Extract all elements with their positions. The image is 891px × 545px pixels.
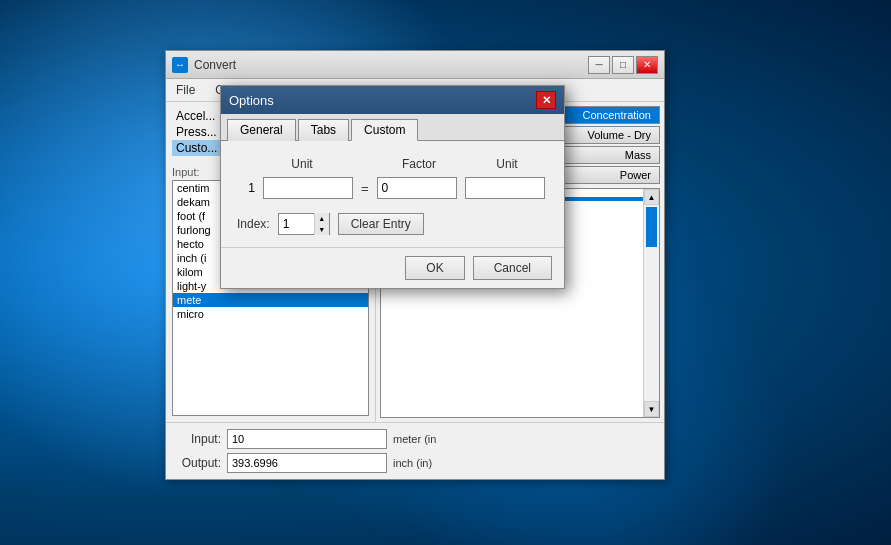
index-input[interactable] [279, 214, 314, 234]
cancel-button[interactable]: Cancel [473, 256, 552, 280]
custom-column-headers: Unit Factor Unit [237, 157, 548, 171]
spinner-buttons: ▲ ▼ [314, 213, 329, 235]
output-row: Output: inch (in) [176, 453, 654, 473]
spinner-up-button[interactable]: ▲ [315, 213, 329, 224]
index-label: Index: [237, 217, 270, 231]
dialog-close-button[interactable]: ✕ [536, 91, 556, 109]
convert-titlebar: ↔ Convert ─ □ ✕ [166, 51, 664, 79]
custom-data-row: 1 = [237, 177, 548, 199]
maximize-button[interactable]: □ [612, 56, 634, 74]
output-unit-label: inch (in) [393, 457, 432, 469]
equals-sign: = [361, 181, 369, 196]
col-header-factor: Factor [379, 157, 459, 171]
index-row: Index: ▲ ▼ Clear Entry [237, 213, 548, 235]
dialog-titlebar: Options ✕ [221, 86, 564, 114]
spinner-down-button[interactable]: ▼ [315, 224, 329, 235]
clear-entry-button[interactable]: Clear Entry [338, 213, 424, 235]
index-spinner: ▲ ▼ [278, 213, 330, 235]
scroll-thumb[interactable] [646, 207, 657, 247]
window-controls: ─ □ ✕ [588, 56, 658, 74]
dialog-tabs: General Tabs Custom [221, 114, 564, 141]
list-item-micro[interactable]: micro [173, 307, 368, 321]
col-header-unit2: Unit [467, 157, 547, 171]
unit2-input[interactable] [465, 177, 545, 199]
list-item-meter[interactable]: mete [173, 293, 368, 307]
minimize-button[interactable]: ─ [588, 56, 610, 74]
ok-button[interactable]: OK [405, 256, 464, 280]
input-unit-label: meter (in [393, 433, 436, 445]
col-header-unit1: Unit [257, 157, 347, 171]
dialog-title: Options [229, 93, 536, 108]
input-row: Input: meter (in [176, 429, 654, 449]
tab-custom[interactable]: Custom [351, 119, 418, 141]
tab-tabs[interactable]: Tabs [298, 119, 349, 141]
row-number: 1 [237, 181, 255, 195]
dialog-body: Unit Factor Unit 1 = Index: ▲ ▼ Clear En… [221, 141, 564, 247]
dialog-footer: OK Cancel [221, 247, 564, 288]
input-value-field[interactable] [227, 429, 387, 449]
menu-file[interactable]: File [170, 81, 201, 99]
scroll-down-button[interactable]: ▼ [644, 401, 659, 417]
output-value-field[interactable] [227, 453, 387, 473]
factor-input[interactable] [377, 177, 457, 199]
scroll-track [644, 205, 659, 401]
scroll-up-button[interactable]: ▲ [644, 189, 659, 205]
bottom-io-area: Input: meter (in Output: inch (in) [166, 422, 664, 479]
input-label: Input: [176, 432, 221, 446]
convert-window-title: Convert [194, 58, 588, 72]
unit1-input[interactable] [263, 177, 353, 199]
close-button[interactable]: ✕ [636, 56, 658, 74]
scrollbar[interactable]: ▲ ▼ [643, 189, 659, 417]
convert-window-icon: ↔ [172, 57, 188, 73]
options-dialog: Options ✕ General Tabs Custom Unit Facto… [220, 85, 565, 289]
tab-general[interactable]: General [227, 119, 296, 141]
output-label: Output: [176, 456, 221, 470]
